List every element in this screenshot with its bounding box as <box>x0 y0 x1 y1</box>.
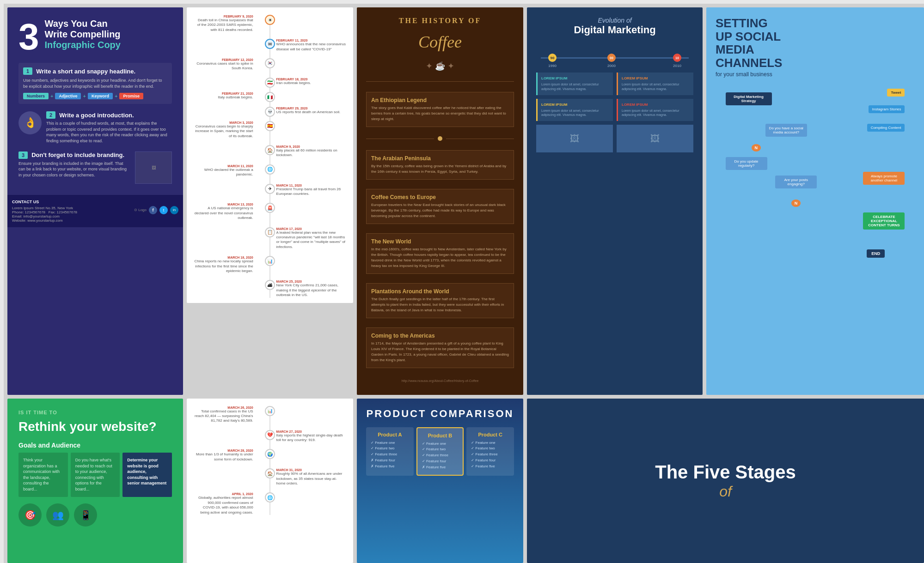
five-stages-card: The Five Stages of <box>527 399 924 563</box>
timeline-icon-9: 🌐 <box>265 164 275 175</box>
coffee-card: THE HISTORY OF Coffee ✦ ☕ ✦ An Ethiopian… <box>357 7 523 395</box>
timeline-item-13: MARCH 18, 2020 China reports no new loca… <box>194 256 346 273</box>
coffee-section-5-body: The Dutch finally got seedlings in the l… <box>371 297 509 313</box>
timeline-icon-2: ✉ <box>265 39 275 49</box>
coffee-section-4-heading: The New World <box>371 238 509 245</box>
contact-email: Email: info@yourstartup.com <box>12 214 77 218</box>
keyword-promise: Promise <box>119 93 143 99</box>
flow-node-n1: N <box>752 144 761 151</box>
tip-2-title: Write a good introduction. <box>59 112 134 119</box>
timeline-icon-13: 📊 <box>265 256 275 266</box>
tip-2-icon: 👌 <box>18 111 42 134</box>
contact-bar: CONTACT US Lorem Ipsum Street No.35, New… <box>7 195 183 227</box>
rethink-headline: Rethink your website? <box>18 419 172 435</box>
flow-node-engaging: Are your posts engaging? <box>775 176 817 188</box>
dm-timeline-area: 90 1990 00 2000 10 2010 LOREM IPSU <box>536 43 693 157</box>
headline-block: Ways You Can Write Compelling Infographi… <box>45 18 121 50</box>
flow-node-compiling: Compiling Content <box>867 124 905 132</box>
timeline-icon-10: ✈ <box>265 184 275 194</box>
coffee-section-3-heading: Coffee Comes to Europe <box>371 194 509 200</box>
timeline-card: FEBRUARY 9, 2020 Death toll in China sur… <box>187 7 353 303</box>
rethink-eyebrow: IS IT TIME TO <box>18 410 172 415</box>
coffee-decoration: ✦ ☕ ✦ <box>366 61 514 71</box>
timeline-card-bottom: MARCH 26, 2020 Total confirmed cases in … <box>187 399 353 563</box>
contact-website: Website: www.yourstartup.com <box>12 218 77 223</box>
contact-phone: Phone: 1234567678 Fax: 1234567678 <box>12 210 77 214</box>
rethink-icon-2: 👥 <box>46 503 69 527</box>
coffee-section-6-body: In 1714, the Mayor of Amsterdam presente… <box>371 341 509 363</box>
tip-1-block: 1 Write a short and snappy headline. Use… <box>18 63 172 104</box>
timeline-item-11: MARCH 13, 2020 A US national emergency i… <box>194 203 346 220</box>
coffee-center-dot <box>366 136 514 141</box>
timeline-item-2: ✉ FEBRUARY 11, 2020 WHO announces that t… <box>194 39 346 52</box>
digital-marketing-card: Evolution of Digital Marketing 90 1990 0… <box>527 7 703 395</box>
plus-1: + <box>50 93 53 99</box>
rethink-grid: Think your organization has a communicat… <box>18 453 172 497</box>
infographic-card: 3 Ways You Can Write Compelling Infograp… <box>7 7 183 395</box>
dm-year-1990: 90 1990 <box>548 54 557 68</box>
branding-placeholder: 🖼 <box>135 151 172 184</box>
product-col-3: Product C ✓ Feature one ✓ Feature two ✓ … <box>466 427 514 476</box>
digital-marketing-subtitle: Evolution of <box>536 17 693 24</box>
facebook-icon: f <box>149 206 157 214</box>
keyword-numbers: Numbers <box>23 93 49 99</box>
keyword-keyword: Keyword <box>88 93 113 99</box>
plus-2: + <box>83 93 86 99</box>
timeline-bottom-wrapper: MARCH 26, 2020 Total confirmed cases in … <box>194 406 346 515</box>
dm-lorem-3: LOREM IPSUM Lorem ipsum dolor sit amet, … <box>536 99 613 121</box>
timeline-item-b3: MARCH 28, 2020 More than 1/3 of humanity… <box>194 449 346 462</box>
dm-lorem-4: LOREM IPSUM Lorem ipsum dolor sit amet, … <box>617 99 693 121</box>
timeline-item-1: FEBRUARY 9, 2020 Death toll in China sur… <box>194 15 346 32</box>
flow-node-promote: Always promote another channel <box>863 172 905 185</box>
timeline-item-6: 💀 FEBRUARY 29, 2020 US reports first dea… <box>194 107 346 115</box>
headline-line2: Write Compelling <box>45 29 121 40</box>
big-number: 3 <box>18 18 39 55</box>
coffee-section-2-heading: The Arabian Peninsula <box>371 155 509 162</box>
coffee-title: THE HISTORY OF <box>366 17 514 25</box>
rethink-icon-1: 🎯 <box>18 503 42 527</box>
product-comparison-title: PRODUCT COMPARISON <box>366 408 514 420</box>
social-subtitle: for your small business <box>716 71 915 78</box>
timeline-icon-6: 💀 <box>265 107 275 117</box>
rethink-box-2: Do you have what's needed to reach out t… <box>71 453 120 497</box>
twitter-icon: t <box>159 206 168 214</box>
coffee-section-5: Plantations Around the World The Dutch f… <box>366 283 514 318</box>
dm-lorem-2: LOREM IPSUM Lorem ipsum dolor sit amet, … <box>617 73 693 95</box>
coffee-section-6: Coming to the Americas In 1714, the Mayo… <box>366 327 514 368</box>
rethink-website-card: IS IT TIME TO Rethink your website? Goal… <box>7 399 183 563</box>
social-title-line4: CHANNELS <box>716 56 915 70</box>
timeline-icon-b4: 🏠 <box>265 468 275 478</box>
plus-3: + <box>115 93 117 99</box>
social-media-card: SETTING UP SOCIAL MEDIA CHANNELS for you… <box>706 7 924 395</box>
timeline-item-12: 📋 MARCH 17, 2020 A leaked federal plan w… <box>194 227 346 250</box>
coffee-section-6-heading: Coming to the Americas <box>371 333 509 339</box>
tip-2-block: 👌 2 Write a good introduction. This is a… <box>18 111 172 144</box>
timeline-item-7: MARCH 3, 2020 Coronavirus cases begin to… <box>194 121 346 139</box>
tip-3-title: Don't forget to include branding. <box>31 151 124 158</box>
flow-node-end: END <box>867 249 885 258</box>
five-stages-subtitle: of <box>719 483 732 500</box>
five-stages-title: The Five Stages <box>655 461 796 483</box>
flow-node-n2: N <box>791 200 801 207</box>
timeline-wrapper: FEBRUARY 9, 2020 Death toll in China sur… <box>194 15 346 298</box>
dm-year-2000: 00 2000 <box>607 54 616 68</box>
coffee-section-3-body: European travelers to the Near East brou… <box>371 202 509 219</box>
contact-title: CONTACT US <box>12 200 178 204</box>
dm-lorem-1: LOREM IPSUM Lorem ipsum dolor sit amet, … <box>536 73 613 95</box>
coffee-section-1-body: The story goes that Kaldi discovered cof… <box>371 105 509 122</box>
social-title-line1: SETTING <box>716 17 915 30</box>
tip-1-body: Use numbers, adjectives and keywords in … <box>23 78 167 89</box>
social-title-line3: MEDIA <box>716 43 915 56</box>
coffee-section-4-body: In the mid-1600's, coffee was brought to… <box>371 247 509 269</box>
timeline-item-b2: 💔 MARCH 27, 2020 Italy reports the highe… <box>194 430 346 443</box>
rethink-icons-row: 🎯 👥 📱 <box>18 503 172 527</box>
timeline-icon-14: 🏙 <box>265 280 275 290</box>
flow-node-tweet: Tweet <box>887 89 905 97</box>
flow-node-update: Do you update regularly? <box>726 157 767 170</box>
timeline-item-5: FEBRUARY 21, 2020 Italy outbreak begins.… <box>194 92 346 100</box>
tip-2-body: This is a couple of hundred words, at mo… <box>46 121 172 144</box>
timeline-item-14: 🏙 MARCH 25, 2020 New York City confirms … <box>194 280 346 297</box>
coffee-section-4: The New World In the mid-1600's, coffee … <box>366 233 514 274</box>
product-col-2: Product B ✓ Feature one ✓ Feature two ✓ … <box>416 427 464 476</box>
timeline-item-10: ✈ MARCH 11, 2020 President Trump bans al… <box>194 184 346 197</box>
